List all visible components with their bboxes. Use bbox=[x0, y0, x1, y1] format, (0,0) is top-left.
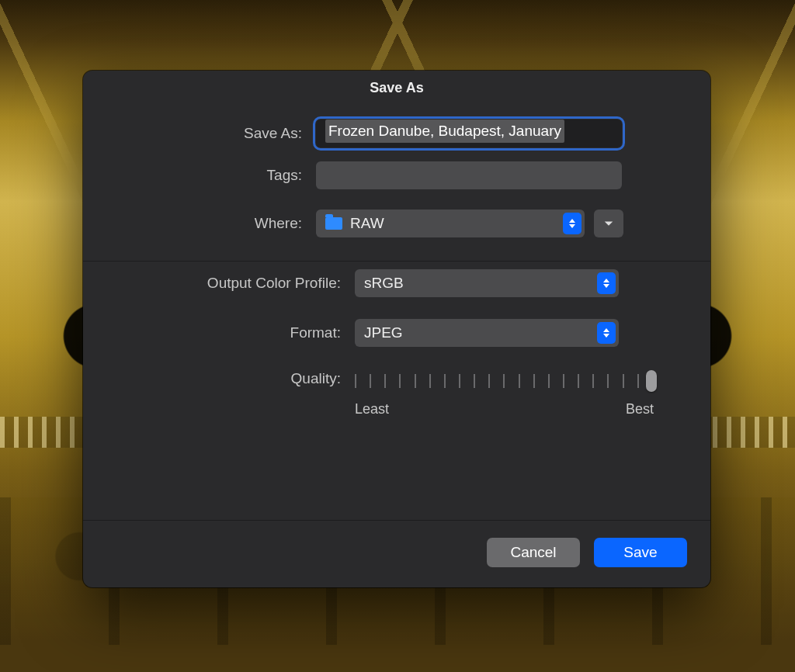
quality-min-label: Least bbox=[355, 401, 389, 417]
color-profile-value: sRGB bbox=[364, 275, 404, 292]
format-row: Format: JPEG bbox=[114, 319, 679, 347]
quality-max-label: Best bbox=[626, 401, 654, 417]
format-value: JPEG bbox=[364, 324, 403, 341]
color-profile-row: Output Color Profile: sRGB bbox=[114, 269, 679, 297]
folder-icon bbox=[325, 217, 342, 230]
slider-thumb[interactable] bbox=[646, 370, 657, 392]
saveas-label: Save As: bbox=[114, 125, 316, 142]
quality-label: Quality: bbox=[114, 369, 355, 387]
slider-range-labels: Least Best bbox=[355, 401, 654, 417]
color-profile-popup[interactable]: sRGB bbox=[355, 269, 619, 297]
filename-selected-text: Frozen Danube, Budapest, January bbox=[325, 120, 564, 143]
where-row: Where: RAW bbox=[114, 210, 679, 237]
save-button[interactable]: Save bbox=[594, 538, 687, 567]
tags-label: Tags: bbox=[114, 167, 316, 184]
save-as-dialog: Save As Save As: Frozen Danube, Budapest… bbox=[83, 71, 710, 587]
where-value: RAW bbox=[350, 215, 384, 232]
slider-ticks bbox=[355, 372, 654, 390]
dialog-title: Save As bbox=[83, 71, 710, 104]
format-label: Format: bbox=[114, 324, 355, 341]
saveas-row: Save As: Frozen Danube, Budapest, Januar… bbox=[114, 120, 679, 147]
where-popup[interactable]: RAW bbox=[316, 210, 585, 237]
updown-stepper-icon bbox=[563, 213, 581, 234]
file-section: Save As: Frozen Danube, Budapest, Januar… bbox=[83, 104, 710, 261]
quality-slider-area: Least Best bbox=[355, 369, 654, 417]
filename-input[interactable]: Frozen Danube, Budapest, January bbox=[316, 120, 622, 147]
dialog-footer: Cancel Save bbox=[83, 520, 710, 587]
where-label: Where: bbox=[114, 215, 316, 232]
quality-slider[interactable] bbox=[355, 372, 654, 390]
cancel-button[interactable]: Cancel bbox=[487, 538, 580, 567]
quality-row: Quality: Least Best bbox=[114, 369, 679, 417]
updown-stepper-icon bbox=[597, 272, 616, 294]
expand-save-panel-button[interactable] bbox=[594, 210, 623, 237]
format-popup[interactable]: JPEG bbox=[355, 319, 619, 347]
color-profile-label: Output Color Profile: bbox=[114, 275, 355, 292]
chevron-down-icon bbox=[603, 218, 614, 229]
options-section: Output Color Profile: sRGB Format: JPEG … bbox=[83, 262, 710, 436]
tags-row: Tags: bbox=[114, 161, 679, 189]
tags-input[interactable] bbox=[316, 161, 622, 189]
updown-stepper-icon bbox=[597, 322, 616, 344]
